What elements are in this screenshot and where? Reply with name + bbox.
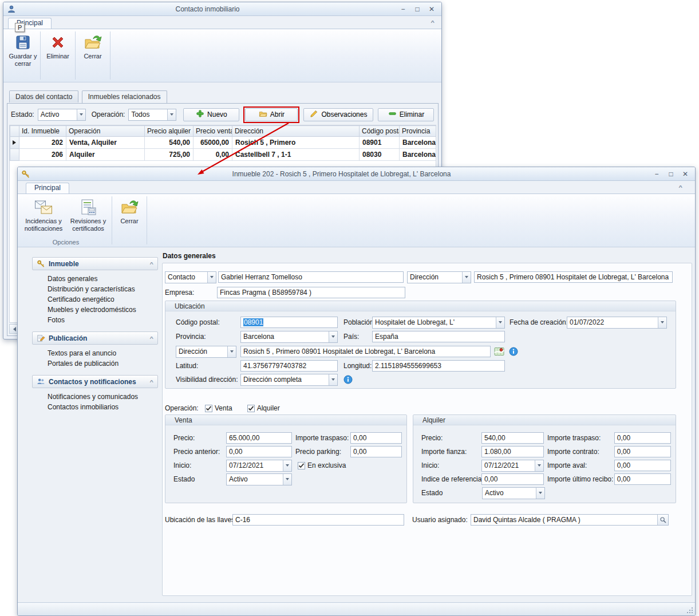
eliminar-button[interactable]: Eliminar [42, 31, 73, 80]
direccion-completa-input[interactable]: Rosich 5 , Primero 08901 Hospitalet de L… [240, 346, 491, 357]
inicio-venta-picker[interactable]: 07/12/2021 [226, 460, 292, 472]
nuevo-button[interactable]: Nuevo [183, 108, 239, 121]
importe-traspaso-input[interactable]: 0,00 [614, 432, 671, 444]
table-row[interactable]: 202 Venta, Alquiler 540,00 65000,00 Rosi… [10, 137, 437, 149]
poblacion-combo[interactable]: Hospitalet de Llobregat, L' [372, 317, 505, 329]
col-provincia[interactable]: Provincia [400, 126, 437, 137]
sidebar-item-distribucion[interactable]: Distribución y características [32, 284, 158, 294]
inmuebles-grid[interactable]: Id. Inmueble Operación Precio alquiler P… [10, 125, 436, 161]
col-id-inmueble[interactable]: Id. Inmueble [19, 126, 66, 137]
usuario-input[interactable]: David Quintas Alcalde ( PRAGMA ) [471, 514, 669, 526]
chevron-down-icon[interactable] [77, 109, 85, 120]
collapse-chevron-icon[interactable]: ^ [150, 379, 153, 384]
grid-cell[interactable]: Venta, Alquiler [66, 137, 145, 149]
col-precio-alquiler[interactable]: Precio alquiler [145, 126, 193, 137]
titlebar[interactable]: Contacto inmobiliario − □ ✕ [3, 2, 441, 16]
provincia-combo[interactable]: Barcelona [240, 331, 338, 343]
chevron-down-icon[interactable] [329, 374, 337, 385]
col-codigo-postal[interactable]: Código postal [360, 126, 400, 137]
precio-venta-input[interactable]: 65.000,00 [226, 432, 292, 444]
col-operacion[interactable]: Operación [66, 126, 145, 137]
estado-alquiler-combo[interactable]: Activo [482, 487, 545, 499]
col-direccion[interactable]: Dirección [232, 126, 360, 137]
chevron-down-icon[interactable] [207, 272, 216, 283]
pais-input[interactable]: España [372, 331, 505, 342]
direccion-type-combo[interactable]: Dirección [176, 346, 236, 358]
tab-datos-del-contacto[interactable]: Datos del contacto [9, 90, 78, 102]
sidebar-item-portales[interactable]: Portales de publicación [32, 358, 158, 369]
llaves-input[interactable]: C-16 [232, 514, 404, 526]
grid-cell[interactable]: Rosich 5 , Primero [232, 137, 360, 149]
precio-anterior-input[interactable]: 0,00 [226, 446, 292, 457]
codigo-postal-input[interactable]: 08901 [240, 317, 338, 328]
tab-inmuebles-relacionados[interactable]: Inmuebles relacionados [82, 90, 167, 103]
chevron-down-icon[interactable] [496, 317, 504, 328]
grid-cell[interactable]: 08030 [360, 149, 400, 161]
incidencias-button[interactable]: Incidencias y notificaciones [22, 196, 65, 237]
estado-venta-combo[interactable]: Activo [226, 473, 292, 485]
chevron-down-icon[interactable] [167, 109, 176, 120]
grid-cell[interactable]: Barcelona [400, 137, 437, 149]
visibilidad-combo[interactable]: Dirección completa [240, 374, 338, 386]
latitud-input[interactable]: 41.37567797403782 [240, 360, 338, 372]
grid-cell[interactable]: Castellbell 7 , 1-1 [232, 149, 360, 161]
precio-parking-input[interactable]: 0,00 [350, 446, 402, 457]
grid-cell[interactable]: 206 [19, 149, 66, 161]
sidebar-group-inmueble[interactable]: Inmueble ^ [32, 257, 158, 270]
ribbon-collapse-icon[interactable]: ^ [431, 19, 435, 25]
revisiones-button[interactable]: Revisiones y certificados [66, 196, 110, 237]
longitud-input[interactable]: 2.1151894555699653 [372, 360, 505, 372]
en-exclusiva-checkbox[interactable]: En exclusiva [298, 461, 346, 469]
resize-grip[interactable] [686, 606, 693, 613]
grid-cell[interactable]: 08901 [360, 137, 400, 149]
contacto-type-combo[interactable]: Contacto [165, 271, 216, 283]
chevron-down-icon[interactable] [329, 331, 337, 342]
grid-cell[interactable]: Alquiler [66, 149, 145, 161]
maximize-icon[interactable]: □ [665, 169, 677, 179]
collapse-chevron-icon[interactable]: ^ [150, 261, 153, 266]
cerrar-button[interactable]: Cerrar [77, 31, 108, 80]
sidebar-item-certificado[interactable]: Certificado energético [32, 294, 158, 305]
inicio-alquiler-picker[interactable]: 07/12/2021 [481, 460, 544, 472]
chevron-down-icon[interactable] [283, 474, 291, 485]
importe-contrato-input[interactable]: 0,00 [614, 446, 671, 457]
direccion-input[interactable]: Rosich 5 , Primero 08901 Hospitalet de L… [474, 271, 673, 283]
cerrar-button[interactable]: Cerrar [114, 196, 145, 245]
sidebar-group-publicacion[interactable]: Publicación ^ [32, 331, 158, 345]
importe-fianza-input[interactable]: 1.080,00 [481, 446, 544, 457]
grid-cell[interactable]: 65000,00 [193, 137, 232, 149]
sidebar-item-textos-anuncio[interactable]: Textos para el anuncio [32, 348, 158, 358]
sidebar-item-contactos-inmobiliarios[interactable]: Contactos inmobiliarios [32, 402, 158, 412]
empresa-input[interactable]: Fincas Pragma ( B58959784 ) [217, 287, 405, 298]
importe-traspaso-input[interactable]: 0,00 [350, 432, 402, 444]
contacto-input[interactable]: Gabriel Herranz Tomelloso [218, 271, 404, 283]
close-icon[interactable]: ✕ [425, 4, 438, 14]
chevron-down-icon[interactable] [227, 346, 236, 357]
abrir-button[interactable]: Abrir [245, 108, 298, 121]
grid-cell[interactable]: 0,00 [193, 149, 232, 161]
eliminar-row-button[interactable]: Eliminar [378, 108, 434, 121]
grid-cell[interactable]: 725,00 [145, 149, 193, 161]
map-icon[interactable] [493, 346, 504, 357]
precio-alquiler-input[interactable]: 540,00 [481, 432, 544, 444]
sidebar-group-contactos[interactable]: Contactos y notificaciones ^ [32, 375, 158, 388]
ribbon-collapse-icon[interactable]: ^ [679, 184, 682, 190]
sidebar-item-datos-generales[interactable]: Datos generales [32, 274, 158, 284]
importe-ultimo-recibo-input[interactable]: 0,00 [614, 473, 671, 485]
titlebar[interactable]: Inmueble 202 - Rosich 5 , Primero Hospit… [18, 167, 695, 181]
guardar-y-cerrar-button[interactable]: Guardar y cerrar [7, 31, 38, 80]
sidebar-item-notificaciones[interactable]: Notificaciones y comunicados [32, 392, 158, 402]
direccion-type-combo[interactable]: Dirección [407, 271, 471, 283]
grid-cell[interactable]: Barcelona [400, 149, 437, 161]
operacion-combo[interactable]: Todos [128, 109, 176, 121]
estado-combo[interactable]: Activo [38, 109, 86, 121]
col-precio-venta[interactable]: Precio venta [193, 126, 232, 137]
sidebar-item-muebles[interactable]: Muebles y electrodomésticos [32, 305, 158, 315]
indice-referencia-input[interactable]: 0,00 [481, 473, 544, 485]
observaciones-button[interactable]: Observaciones [303, 108, 373, 121]
chevron-down-icon[interactable] [283, 460, 291, 471]
minimize-icon[interactable]: − [397, 4, 409, 14]
info-icon[interactable] [509, 347, 518, 356]
table-row[interactable]: 206 Alquiler 725,00 0,00 Castellbell 7 ,… [10, 149, 437, 161]
tab-principal[interactable]: Principal [26, 183, 69, 194]
